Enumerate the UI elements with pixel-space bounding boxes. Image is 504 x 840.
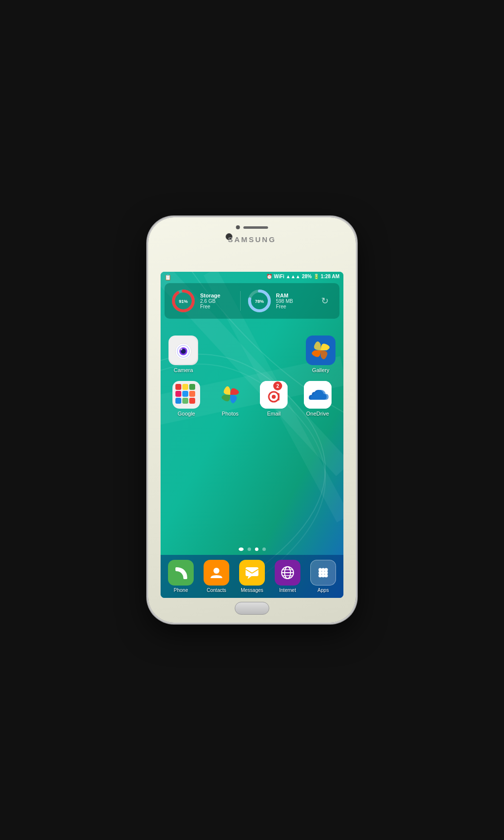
dock-apps[interactable]: Apps xyxy=(310,560,336,593)
status-icons: ⏰ WiFi ▲▲▲ 28% 🔋 1:28 AM xyxy=(266,274,339,279)
email-icon[interactable]: 2 xyxy=(260,381,288,409)
page-dot-4 xyxy=(262,547,266,551)
svg-rect-21 xyxy=(175,398,181,404)
page-dot-home xyxy=(239,547,244,551)
page-indicators xyxy=(161,544,343,555)
onedrive-label: OneDrive xyxy=(306,411,329,417)
email-label: Email xyxy=(267,411,281,417)
onedrive-icon[interactable] xyxy=(304,381,332,409)
svg-text:91%: 91% xyxy=(179,299,188,304)
svg-point-46 xyxy=(325,571,328,575)
dock-messages[interactable]: Messages xyxy=(239,560,265,593)
camera-icon[interactable] xyxy=(168,336,198,365)
svg-point-42 xyxy=(322,568,325,572)
app-photos[interactable]: Photos xyxy=(216,381,244,417)
app-camera[interactable]: Camera xyxy=(168,336,198,373)
signal-bars: ▲▲▲ xyxy=(286,274,300,279)
storage-donut: 91% xyxy=(170,288,196,314)
photos-label: Photos xyxy=(222,411,239,417)
brand-label: SAMSUNG xyxy=(228,235,276,244)
app-email[interactable]: 2 Email xyxy=(260,381,288,417)
app-gallery[interactable]: Gallery xyxy=(306,336,336,373)
phone-icon[interactable] xyxy=(168,560,194,586)
storage-section: 91% Storage 2.6 GB Free xyxy=(170,288,234,314)
apps-icon[interactable] xyxy=(310,560,336,586)
page-dot-2 xyxy=(248,547,251,551)
app-dock: Phone Contacts xyxy=(161,555,343,598)
phone-dock-label: Phone xyxy=(174,588,188,593)
svg-point-47 xyxy=(319,574,322,578)
svg-rect-16 xyxy=(182,384,188,390)
messages-dock-label: Messages xyxy=(241,588,263,593)
svg-marker-33 xyxy=(248,576,252,579)
google-icon[interactable] xyxy=(172,381,200,409)
ram-section: 78% RAM 598 MB Free xyxy=(247,288,310,314)
svg-text:2: 2 xyxy=(276,383,279,389)
storage-title: Storage xyxy=(200,293,220,298)
apps-dock-label: Apps xyxy=(318,588,329,593)
svg-rect-20 xyxy=(189,391,195,397)
clock: 1:28 AM xyxy=(321,274,339,279)
storage-ram-widget: 91% Storage 2.6 GB Free xyxy=(165,283,339,319)
svg-point-28 xyxy=(272,395,276,399)
phone-top: SAMSUNG xyxy=(148,217,356,244)
gallery-icon[interactable] xyxy=(306,336,336,365)
gallery-label: Gallery xyxy=(312,367,330,373)
status-bar: 📋 ⏰ WiFi ▲▲▲ 28% 🔋 1:28 AM xyxy=(161,272,343,281)
ram-title: RAM xyxy=(276,293,293,298)
svg-point-45 xyxy=(322,571,325,575)
page-dot-3 xyxy=(255,547,258,551)
svg-rect-15 xyxy=(175,384,181,390)
svg-point-43 xyxy=(325,568,328,572)
svg-rect-23 xyxy=(189,398,195,404)
refresh-section[interactable]: ↻ xyxy=(316,292,334,310)
svg-rect-18 xyxy=(175,391,181,397)
storage-gb: 2.6 GB xyxy=(200,298,220,304)
ram-mb: 598 MB xyxy=(276,298,293,304)
camera-label: Camera xyxy=(173,367,193,373)
photos-icon[interactable] xyxy=(216,381,244,409)
storage-info: Storage 2.6 GB Free xyxy=(200,293,220,309)
svg-point-31 xyxy=(213,568,219,574)
notification-icon: 📋 xyxy=(165,272,171,281)
widget-divider xyxy=(240,291,241,311)
dock-internet[interactable]: Internet xyxy=(275,560,300,593)
app-onedrive[interactable]: OneDrive xyxy=(304,381,332,417)
svg-point-49 xyxy=(325,574,328,578)
contacts-dock-label: Contacts xyxy=(207,588,226,593)
front-sensor xyxy=(236,225,240,229)
home-button[interactable] xyxy=(235,602,269,615)
svg-point-44 xyxy=(319,571,322,575)
internet-icon[interactable] xyxy=(275,560,300,586)
ram-info: RAM 598 MB Free xyxy=(276,293,293,309)
svg-point-12 xyxy=(180,348,182,350)
google-label: Google xyxy=(178,411,195,417)
svg-point-41 xyxy=(319,568,322,572)
ram-free: Free xyxy=(276,304,293,309)
svg-rect-19 xyxy=(182,391,188,397)
svg-point-48 xyxy=(322,574,325,578)
dock-phone[interactable]: Phone xyxy=(168,560,194,593)
svg-text:78%: 78% xyxy=(254,299,263,304)
svg-rect-32 xyxy=(246,567,258,576)
internet-dock-label: Internet xyxy=(279,588,296,593)
storage-free: Free xyxy=(200,304,220,309)
svg-rect-22 xyxy=(182,398,188,404)
dock-contacts[interactable]: Contacts xyxy=(204,560,229,593)
ram-donut: 78% xyxy=(247,288,272,314)
screen: 📋 ⏰ WiFi ▲▲▲ 28% 🔋 1:28 AM xyxy=(161,272,343,598)
battery-icon: 🔋 xyxy=(313,274,319,279)
alarm-icon: ⏰ xyxy=(266,274,272,279)
messages-icon[interactable] xyxy=(239,560,265,586)
svg-rect-17 xyxy=(189,384,195,390)
wifi-icon: WiFi xyxy=(274,274,284,279)
battery-level: 28% xyxy=(302,274,312,279)
phone-bottom xyxy=(235,602,269,615)
app-google[interactable]: Google xyxy=(172,381,200,417)
phone-device: SAMSUNG xyxy=(148,217,356,623)
speaker-grill xyxy=(244,226,268,229)
refresh-button[interactable]: ↻ xyxy=(316,292,334,310)
contacts-icon[interactable] xyxy=(204,560,229,586)
